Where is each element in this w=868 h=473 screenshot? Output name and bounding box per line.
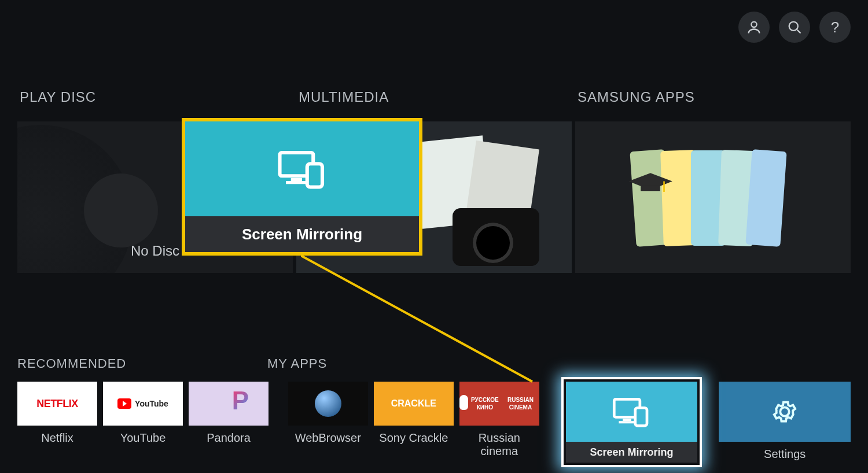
help-button[interactable]: ?	[819, 12, 851, 43]
svg-point-1	[789, 22, 798, 31]
crackle-label: Sony Crackle	[374, 431, 454, 445]
globe-icon	[315, 390, 341, 417]
pandora-thumb: P	[189, 382, 269, 426]
svg-rect-4	[641, 185, 660, 191]
app-settings[interactable]: Settings	[719, 382, 851, 463]
russian-cinema-thumb-line1: РУССКОЕ КИНО	[468, 396, 502, 411]
samsung-apps-art	[575, 121, 851, 273]
section-samsung-apps: SAMSUNG APPS	[575, 89, 851, 273]
search-button[interactable]	[779, 12, 810, 43]
app-webbrowser[interactable]: WebBrowser	[288, 382, 368, 463]
app-row: NETFLIX Netflix YouTube YouTube P Pandor…	[17, 382, 851, 463]
help-icon: ?	[831, 19, 839, 36]
multimedia-header: MULTIMEDIA	[296, 89, 572, 105]
svg-rect-14	[635, 408, 647, 426]
screen-mirroring-icon	[276, 149, 328, 189]
app-screen-mirroring[interactable]: Screen Mirroring	[566, 382, 698, 463]
recommended-header: RECOMMENDED	[17, 356, 267, 371]
app-netflix[interactable]: NETFLIX Netflix	[17, 382, 97, 463]
app-russian-cinema[interactable]: РУССКОЕ КИНО RUSSIAN CINEMA Russian cine…	[459, 382, 539, 463]
screen-mirroring-thumb	[566, 382, 698, 442]
my-apps-header: MY APPS	[267, 356, 327, 371]
screen-mirroring-icon	[611, 396, 652, 427]
profile-icon	[746, 19, 762, 35]
graduation-cap-icon	[624, 171, 676, 195]
screen-mirroring-callout[interactable]: Screen Mirroring	[182, 118, 422, 256]
svg-rect-13	[619, 421, 635, 423]
russian-cinema-thumb: РУССКОЕ КИНО RUSSIAN CINEMA	[459, 382, 539, 426]
pandora-thumb-text: P	[232, 386, 249, 415]
svg-rect-9	[307, 164, 322, 187]
matryoshka-icon	[459, 395, 468, 410]
netflix-thumb: NETFLIX	[17, 382, 97, 426]
russian-cinema-label: Russian cinema	[459, 431, 539, 458]
webbrowser-thumb	[288, 382, 368, 426]
app-youtube[interactable]: YouTube YouTube	[103, 382, 183, 463]
russian-cinema-thumb-line2: RUSSIAN CINEMA	[502, 396, 539, 411]
youtube-label: YouTube	[103, 431, 183, 445]
svg-rect-7	[291, 178, 302, 181]
webbrowser-label: WebBrowser	[288, 431, 368, 445]
top-icon-bar: ?	[738, 12, 851, 43]
settings-label: Settings	[719, 448, 851, 461]
svg-rect-12	[623, 419, 632, 421]
svg-rect-8	[286, 181, 307, 184]
callout-art	[185, 121, 419, 216]
svg-point-0	[751, 22, 756, 27]
app-pandora[interactable]: P Pandora	[189, 382, 269, 463]
app-crackle[interactable]: CRACKLE Sony Crackle	[374, 382, 454, 463]
samsung-apps-tile[interactable]	[575, 121, 851, 273]
svg-line-2	[797, 30, 801, 34]
crackle-thumb: CRACKLE	[374, 382, 454, 426]
youtube-thumb: YouTube	[103, 382, 183, 426]
callout-label: Screen Mirroring	[185, 216, 419, 252]
play-disc-header: PLAY DISC	[17, 89, 293, 105]
gear-icon	[771, 398, 798, 425]
profile-button[interactable]	[738, 12, 770, 43]
search-icon	[786, 19, 803, 35]
youtube-play-icon	[117, 398, 131, 409]
settings-thumb	[719, 382, 851, 442]
screen-mirroring-caption: Screen Mirroring	[566, 442, 698, 463]
main-sections: PLAY DISC No Disc MULTIMEDIA SAMSUNG APP…	[17, 89, 851, 273]
youtube-thumb-text: YouTube	[135, 399, 168, 408]
bottom-area: RECOMMENDED MY APPS NETFLIX Netflix YouT…	[17, 356, 851, 463]
pandora-label: Pandora	[189, 431, 269, 445]
netflix-label: Netflix	[17, 431, 97, 445]
samsung-apps-header: SAMSUNG APPS	[575, 89, 851, 105]
